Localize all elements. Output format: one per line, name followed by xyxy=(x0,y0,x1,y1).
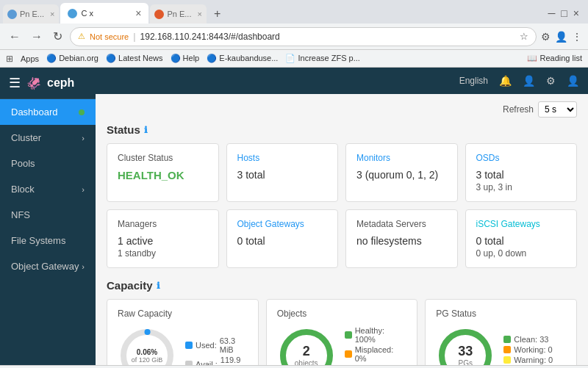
refresh-select[interactable]: 5 s 10 s 30 s xyxy=(538,101,577,118)
used-dot xyxy=(185,342,193,349)
bell-icon[interactable]: 🔔 xyxy=(499,75,512,87)
pg-donut-container: 33 PGs xyxy=(436,326,495,365)
status-info-icon[interactable]: ℹ xyxy=(144,125,148,135)
avail-dot xyxy=(185,361,193,365)
bookmark-debian[interactable]: 🔵 Debian.org xyxy=(46,54,98,63)
clean-label: Clean: 33 xyxy=(514,335,548,344)
apps-icon[interactable]: ⊞ xyxy=(6,54,13,64)
star-icon[interactable]: ☆ xyxy=(520,31,528,42)
misplaced-label: Misplaced: 0% xyxy=(355,345,407,363)
managers-title: Managers xyxy=(118,219,208,229)
bookmark-help[interactable]: 🔵 Help xyxy=(171,54,200,63)
sidebar-item-nfs[interactable]: NFS xyxy=(0,202,96,228)
raw-donut-label: 0.06% of 120 GiB xyxy=(132,348,163,364)
language-selector[interactable]: English xyxy=(459,76,488,86)
bookmark-zfs[interactable]: 📄 Increase ZFS p... xyxy=(285,54,359,63)
objects-count-label: 2 objects xyxy=(295,344,318,365)
reading-list[interactable]: 📖 Reading list xyxy=(527,54,582,63)
managers-value: 1 active xyxy=(118,235,208,247)
settings-icon[interactable]: ⚙ xyxy=(546,75,556,87)
browser-status-bar xyxy=(0,365,588,368)
topbar: English 🔔 👤 ⚙ 👤 xyxy=(96,68,588,94)
sidebar-item-filesystems[interactable]: File Systems xyxy=(0,228,96,253)
used-value: 63.3 MiB xyxy=(220,336,248,354)
hosts-card: Hosts 3 total xyxy=(226,143,339,202)
capacity-grid: Raw Capacity 0.06% of 120 GiB xyxy=(107,299,577,365)
refresh-label: Refresh xyxy=(503,104,534,115)
healthy-dot xyxy=(345,331,352,339)
avail-label: Avail.: xyxy=(196,360,218,365)
sidebar-header: ☰ 🦑 ceph xyxy=(0,68,96,99)
extensions-icon[interactable]: ⚙ xyxy=(541,31,551,43)
iscsi-gateways-title[interactable]: iSCSI Gateways xyxy=(476,219,567,229)
tab-label: C x xyxy=(81,9,93,18)
monitors-value: 3 (quorum 0, 1, 2) xyxy=(356,169,447,181)
profile-icon[interactable]: 👤 xyxy=(555,31,567,43)
osds-title[interactable]: OSDs xyxy=(476,153,567,163)
pg-label: PGs xyxy=(458,359,473,365)
pg-legend: Clean: 33 Working: 0 Warning: 0 xyxy=(503,335,556,365)
pg-status-inner: 33 PGs Clean: 33 Working: 0 xyxy=(436,326,566,365)
app-logo: ceph xyxy=(47,76,74,90)
back-button[interactable]: ← xyxy=(6,29,24,45)
address-bar[interactable]: ⚠ Not secure | 192.168.110.241:8443/#/da… xyxy=(70,27,537,46)
raw-capacity-card: Raw Capacity 0.06% of 120 GiB xyxy=(107,299,259,365)
misplaced-dot xyxy=(345,350,352,358)
monitors-title[interactable]: Monitors xyxy=(356,153,447,163)
tab-close[interactable]: × xyxy=(135,7,141,19)
hosts-title[interactable]: Hosts xyxy=(237,153,328,163)
sidebar-item-dashboard[interactable]: Dashboard xyxy=(0,99,96,125)
reload-button[interactable]: ↻ xyxy=(50,28,65,45)
warning-dot xyxy=(503,356,511,364)
new-tab-button[interactable]: + xyxy=(208,4,226,24)
sidebar-dashboard-label: Dashboard xyxy=(11,107,58,118)
used-label: Used: xyxy=(196,341,217,350)
pg-working-legend: Working: 0 xyxy=(503,345,556,354)
sidebar-item-objectgateway[interactable]: Object Gateway › xyxy=(0,253,96,279)
status-cards-grid: Cluster Status HEALTH_OK Hosts 3 total M… xyxy=(107,143,577,268)
menu-icon[interactable]: ⋮ xyxy=(572,31,582,43)
separator: | xyxy=(133,31,135,42)
active-tab[interactable]: C x × xyxy=(60,3,148,24)
cluster-status-title: Cluster Status xyxy=(118,153,208,163)
bookmarks-bar: ⊞ Apps 🔵 Debian.org 🔵 Latest News 🔵 Help… xyxy=(0,50,588,68)
cluster-status-card: Cluster Status HEALTH_OK xyxy=(107,143,219,202)
raw-percent: 0.06% xyxy=(132,348,163,356)
tab-close-prev[interactable]: × xyxy=(50,10,54,18)
clean-dot xyxy=(503,336,511,343)
raw-capacity-inner: 0.06% of 120 GiB Used: 63.3 MiB xyxy=(118,326,248,365)
object-gateways-title[interactable]: Object Gateways xyxy=(237,219,328,229)
cluster-status-value: HEALTH_OK xyxy=(118,169,208,181)
sidebar-item-block[interactable]: Block › xyxy=(0,176,96,202)
forward-button[interactable]: → xyxy=(28,29,46,45)
sidebar-item-pools[interactable]: Pools xyxy=(0,151,96,176)
capacity-section-title: Capacity ℹ xyxy=(107,279,577,292)
browser-toolbar: ← → ↻ ⚠ Not secure | 192.168.110.241:844… xyxy=(0,24,588,50)
cluster-arrow-icon: › xyxy=(82,134,85,142)
close-button[interactable]: × xyxy=(573,7,579,19)
user-circle-icon[interactable]: 👤 xyxy=(523,75,535,87)
minimize-button[interactable]: ─ xyxy=(548,7,555,19)
maximize-button[interactable]: □ xyxy=(561,7,567,19)
app-container: ☰ 🦑 ceph Dashboard Cluster › Pools Block… xyxy=(0,68,588,365)
security-warning: ⚠ xyxy=(78,32,85,41)
tab-close-next[interactable]: × xyxy=(198,10,202,18)
hamburger-icon[interactable]: ☰ xyxy=(9,75,21,91)
metadata-servers-value: no filesystems xyxy=(356,235,447,247)
sidebar-cluster-label: Cluster xyxy=(11,132,41,143)
objects-legend: Healthy: 100% Misplaced: 0% Degraded: 0% xyxy=(345,326,407,365)
capacity-title-text: Capacity xyxy=(107,279,153,292)
objects-healthy-legend: Healthy: 100% xyxy=(345,326,407,344)
bookmark-news[interactable]: 🔵 Latest News xyxy=(106,54,163,63)
ceph-logo-icon: 🦑 xyxy=(26,76,41,90)
raw-used-legend: Used: 63.3 MiB xyxy=(185,336,248,354)
metadata-servers-title: Metadata Servers xyxy=(356,219,447,229)
sidebar-item-cluster[interactable]: Cluster › xyxy=(0,125,96,151)
managers-card: Managers 1 active 1 standby xyxy=(107,209,219,268)
bookmark-apps[interactable]: Apps xyxy=(21,54,39,63)
raw-capacity-legend: Used: 63.3 MiB Avail.: 119.9 GiB xyxy=(185,336,248,365)
object-gateways-value: 0 total xyxy=(237,235,328,247)
account-icon[interactable]: 👤 xyxy=(567,75,579,87)
bookmark-ekaubanduse[interactable]: 🔵 E-kaubanduse... xyxy=(207,54,278,63)
capacity-info-icon[interactable]: ℹ xyxy=(157,281,160,291)
